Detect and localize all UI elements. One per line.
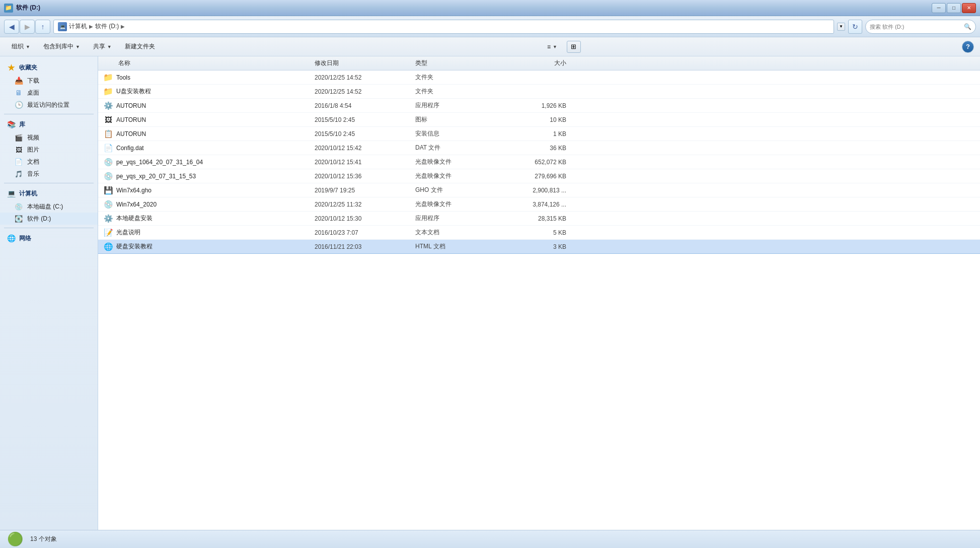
file-icon: 🌐 (103, 242, 113, 252)
table-row[interactable]: 📝 光盘说明 2016/10/23 7:07 文本文档 5 KB (98, 226, 980, 240)
back-button[interactable]: ◀ (4, 20, 19, 34)
file-type: 光盘映像文件 (415, 158, 506, 166)
table-row[interactable]: 💿 pe_yqs_1064_20_07_31_16_04 2020/10/12 … (98, 155, 980, 169)
file-date: 2015/5/10 2:45 (315, 116, 415, 123)
sidebar-item-software-d[interactable]: 💽 软件 (D:) (0, 213, 98, 225)
status-app-icon: 🟢 (6, 532, 24, 547)
drive-c-icon: 💿 (14, 202, 23, 211)
column-name[interactable]: 名称 (98, 59, 315, 67)
network-label: 网络 (19, 234, 31, 243)
table-row[interactable]: 🌐 硬盘安装教程 2016/11/21 22:03 HTML 文档 3 KB (98, 240, 980, 254)
table-row[interactable]: 📄 Config.dat 2020/10/12 15:42 DAT 文件 36 … (98, 141, 980, 155)
sidebar-item-video[interactable]: 🎬 视频 (0, 131, 98, 144)
titlebar-app-icon: 📁 (4, 4, 13, 13)
new-folder-button[interactable]: 新建文件夹 (119, 40, 161, 54)
library-header[interactable]: 📚 库 (0, 117, 98, 131)
file-date: 2020/12/25 14:52 (315, 74, 415, 81)
search-box[interactable]: 🔍 (865, 20, 976, 34)
file-icon: 💿 (103, 171, 113, 181)
sidebar-item-music[interactable]: 🎵 音乐 (0, 168, 98, 180)
desktop-label: 桌面 (27, 89, 39, 97)
file-date: 2020/10/12 15:42 (315, 145, 415, 152)
share-button[interactable]: 共享 ▼ (88, 40, 117, 54)
file-type: 应用程序 (415, 214, 506, 223)
table-row[interactable]: 📋 AUTORUN 2015/5/10 2:45 安装信息 1 KB (98, 127, 980, 141)
sidebar-item-images[interactable]: 🖼 图片 (0, 144, 98, 156)
drive-d-icon: 💽 (14, 214, 23, 223)
table-row[interactable]: 🖼 AUTORUN 2015/5/10 2:45 图标 10 KB (98, 113, 980, 127)
local-c-label: 本地磁盘 (C:) (27, 202, 63, 211)
recent-label: 最近访问的位置 (27, 101, 69, 109)
table-row[interactable]: 📁 U盘安装教程 2020/12/25 14:52 文件夹 (98, 85, 980, 99)
computer-header[interactable]: 💻 计算机 (0, 186, 98, 200)
forward-button[interactable]: ▶ (20, 20, 35, 34)
file-list-header: 名称 修改日期 类型 大小 (98, 56, 980, 71)
refresh-button[interactable]: ↻ (848, 20, 862, 34)
breadcrumb-computer[interactable]: 计算机 (69, 22, 87, 31)
table-row[interactable]: 💿 Win7x64_2020 2020/12/25 11:32 光盘映像文件 3… (98, 197, 980, 212)
column-date[interactable]: 修改日期 (315, 59, 415, 67)
new-folder-label: 新建文件夹 (125, 42, 155, 51)
search-input[interactable] (870, 24, 962, 30)
file-date: 2020/10/12 15:30 (315, 215, 415, 222)
file-name: 光盘说明 (116, 228, 140, 237)
sidebar-item-downloads[interactable]: 📥 下载 (0, 75, 98, 87)
file-name: AUTORUN (116, 102, 146, 109)
file-icon: 💿 (103, 199, 113, 210)
table-row[interactable]: ⚙️ 本地硬盘安装 2020/10/12 15:30 应用程序 28,315 K… (98, 212, 980, 226)
view-toggle-button[interactable]: ⊞ (567, 41, 581, 53)
table-row[interactable]: 💿 pe_yqs_xp_20_07_31_15_53 2020/10/12 15… (98, 169, 980, 183)
file-icon: ⚙️ (103, 214, 113, 224)
network-icon: 🌐 (6, 233, 16, 243)
organize-label: 组织 (12, 42, 24, 51)
sidebar-item-local-c[interactable]: 💿 本地磁盘 (C:) (0, 200, 98, 213)
up-button[interactable]: ↑ (35, 20, 50, 34)
file-date: 2020/10/12 15:41 (315, 159, 415, 166)
video-icon: 🎬 (14, 133, 23, 142)
library-label: 库 (19, 120, 25, 129)
file-name-cell: 🌐 硬盘安装教程 (98, 242, 315, 252)
sidebar-item-desktop[interactable]: 🖥 桌面 (0, 87, 98, 99)
table-row[interactable]: 💾 Win7x64.gho 2019/9/7 19:25 GHO 文件 2,90… (98, 183, 980, 197)
file-type: 文件夹 (415, 73, 506, 82)
docs-label: 文档 (27, 158, 39, 166)
file-size: 28,315 KB (506, 215, 571, 222)
file-type: 光盘映像文件 (415, 172, 506, 180)
file-size: 2,900,813 ... (506, 187, 571, 194)
network-section: 🌐 网络 (0, 231, 98, 245)
file-name: Win7x64.gho (116, 187, 152, 194)
breadcrumb-arrow-1: ▶ (89, 24, 93, 29)
file-date: 2019/9/7 19:25 (315, 187, 415, 194)
file-name: Tools (116, 74, 130, 81)
file-name: pe_yqs_1064_20_07_31_16_04 (116, 159, 203, 166)
close-button[interactable]: ✕ (962, 3, 976, 13)
desktop-icon: 🖥 (14, 88, 23, 97)
minimize-button[interactable]: ─ (932, 3, 946, 13)
sidebar-item-recent[interactable]: 🕒 最近访问的位置 (0, 99, 98, 111)
file-size: 3,874,126 ... (506, 201, 571, 208)
help-button[interactable]: ? (962, 41, 974, 53)
table-row[interactable]: ⚙️ AUTORUN 2016/1/8 4:54 应用程序 1,926 KB (98, 99, 980, 113)
network-header[interactable]: 🌐 网络 (0, 231, 98, 245)
divider-1 (4, 114, 94, 114)
breadcrumb-drive[interactable]: 软件 (D:) (95, 22, 119, 31)
file-name: AUTORUN (116, 130, 146, 138)
table-row[interactable]: 📁 Tools 2020/12/25 14:52 文件夹 (98, 71, 980, 85)
include-library-button[interactable]: 包含到库中 ▼ (38, 40, 86, 54)
computer-icon: 💻 (6, 188, 16, 198)
maximize-button[interactable]: □ (947, 3, 961, 13)
view-options-button[interactable]: ≡ ▼ (542, 40, 563, 54)
file-name-cell: 📁 Tools (98, 73, 315, 83)
file-name-cell: 💿 Win7x64_2020 (98, 199, 315, 210)
column-type[interactable]: 类型 (415, 59, 506, 67)
column-size[interactable]: 大小 (506, 59, 571, 67)
breadcrumb-dropdown[interactable]: ▼ (837, 23, 845, 31)
breadcrumb-bar[interactable]: 💻 计算机 ▶ 软件 (D:) ▶ (53, 20, 834, 34)
file-size: 1 KB (506, 130, 571, 138)
star-icon: ★ (6, 62, 16, 73)
file-name-cell: 🖼 AUTORUN (98, 115, 315, 125)
organize-button[interactable]: 组织 ▼ (6, 40, 36, 54)
file-date: 2016/1/8 4:54 (315, 102, 415, 109)
favorites-header[interactable]: ★ 收藏夹 (0, 60, 98, 75)
sidebar-item-docs[interactable]: 📄 文档 (0, 156, 98, 168)
